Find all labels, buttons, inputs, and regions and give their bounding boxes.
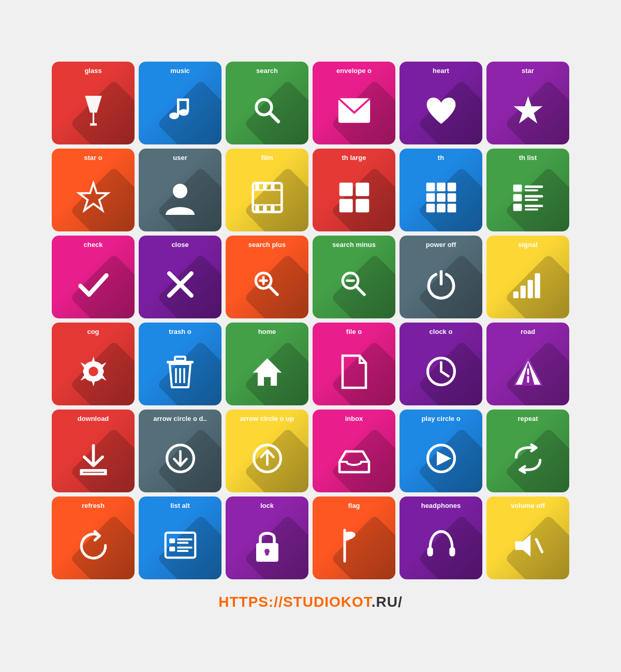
svg-line-46 [269, 286, 277, 295]
icon-tile-heart[interactable]: heart [400, 62, 482, 144]
icon-tile-repeat[interactable]: repeat [486, 410, 569, 492]
icon-symbol-th-list [511, 164, 545, 231]
icon-tile-play-circle-o[interactable]: play circle o [400, 410, 482, 492]
icon-symbol-signal [511, 251, 545, 318]
icon-symbol-star-o [77, 164, 110, 231]
icon-label-arrow-circle-od: arrow circle o d.. [153, 415, 206, 422]
icon-label-th-list: th list [519, 154, 537, 162]
icon-tile-envelope-o[interactable]: envelope o [313, 62, 395, 144]
icon-label-check: check [84, 241, 103, 249]
icon-symbol-film [250, 164, 284, 231]
icon-label-file-o: file o [346, 328, 362, 335]
icon-label-home: home [258, 328, 276, 335]
icon-tile-film[interactable]: film [226, 149, 308, 231]
icon-label-volume-off: volume off [511, 502, 545, 509]
icon-tile-search-plus[interactable]: search plus [226, 236, 308, 318]
icon-symbol-road [511, 338, 545, 405]
icon-tile-trash-o[interactable]: trash o [139, 323, 221, 405]
svg-rect-32 [437, 204, 446, 213]
icon-tile-music[interactable]: music [139, 62, 221, 144]
svg-point-11 [173, 184, 187, 198]
icon-tile-road[interactable]: road [486, 323, 569, 405]
icon-label-clock-o: clock o [430, 328, 453, 335]
icon-tile-inbox[interactable]: inbox [313, 410, 395, 492]
icon-tile-glass[interactable]: glass [52, 62, 135, 144]
icon-label-cog: cog [87, 328, 99, 335]
icon-tile-arrow-circle-ou[interactable]: arrow circle o up [226, 410, 308, 492]
icon-tile-power-off[interactable]: power off [400, 236, 482, 318]
svg-line-99 [536, 539, 542, 552]
svg-rect-86 [169, 538, 175, 543]
svg-marker-98 [515, 535, 530, 557]
icon-label-list-alt: list alt [170, 502, 190, 509]
icon-tile-search-minus[interactable]: search minus [313, 236, 395, 318]
icon-tile-user[interactable]: user [139, 149, 221, 231]
icon-tile-close[interactable]: close [139, 236, 221, 318]
icon-symbol-list-alt [164, 512, 197, 579]
icon-tile-file-o[interactable]: file o [313, 323, 395, 405]
icon-label-search-plus: search plus [248, 241, 286, 249]
icon-tile-th-list[interactable]: th list [486, 149, 569, 231]
icon-tile-arrow-circle-od[interactable]: arrow circle o d.. [139, 410, 221, 492]
svg-rect-54 [520, 285, 525, 298]
icon-symbol-file-o [340, 338, 368, 405]
icon-tile-star-o[interactable]: star o [52, 149, 135, 231]
svg-point-58 [88, 367, 98, 376]
svg-rect-20 [271, 206, 274, 212]
icon-symbol-cog [77, 338, 110, 405]
icon-label-flag: flag [348, 502, 360, 509]
icon-tile-home[interactable]: home [226, 323, 308, 405]
svg-rect-3 [186, 98, 189, 112]
icon-tile-headphones[interactable]: headphones [400, 496, 482, 579]
svg-marker-84 [437, 451, 451, 466]
icon-label-search: search [256, 67, 278, 75]
icon-tile-flag[interactable]: flag [313, 496, 395, 579]
svg-rect-18 [255, 206, 259, 212]
svg-marker-10 [79, 183, 108, 211]
icon-tile-volume-off[interactable]: volume off [486, 496, 569, 579]
icon-tile-lock[interactable]: lock [226, 496, 308, 579]
icon-tile-th-large[interactable]: th large [313, 149, 395, 231]
svg-rect-23 [339, 199, 352, 212]
icon-symbol-lock [253, 512, 282, 579]
icon-symbol-play-circle-o [424, 425, 458, 492]
icon-label-user: user [173, 154, 187, 162]
svg-rect-97 [449, 547, 455, 557]
icon-tile-star[interactable]: star [486, 62, 569, 144]
icon-symbol-search [250, 77, 284, 144]
icon-tile-search[interactable]: search [226, 62, 308, 144]
icon-tile-check[interactable]: check [52, 236, 135, 318]
svg-rect-85 [165, 533, 195, 558]
icon-symbol-glass [77, 77, 110, 144]
svg-rect-24 [356, 199, 369, 212]
icon-symbol-check [77, 251, 110, 318]
icon-tile-list-alt[interactable]: list alt [139, 496, 221, 579]
svg-rect-17 [271, 183, 274, 189]
svg-marker-0 [85, 96, 102, 126]
icon-symbol-search-minus [337, 251, 371, 318]
icon-tile-signal[interactable]: signal [486, 236, 569, 318]
svg-rect-33 [447, 204, 456, 213]
icon-tile-cog[interactable]: cog [52, 323, 135, 405]
svg-rect-56 [535, 273, 540, 298]
icon-tile-refresh[interactable]: refresh [52, 496, 135, 579]
svg-rect-27 [447, 183, 456, 192]
svg-rect-55 [527, 280, 533, 298]
icon-label-search-minus: search minus [332, 241, 376, 249]
svg-point-5 [179, 109, 188, 116]
icon-tile-th[interactable]: th [400, 149, 482, 231]
svg-rect-16 [263, 183, 267, 189]
svg-rect-21 [339, 183, 352, 196]
svg-rect-19 [263, 206, 267, 212]
icon-symbol-close [164, 251, 197, 318]
icon-tile-download[interactable]: download [52, 410, 135, 492]
icon-label-repeat: repeat [518, 415, 538, 422]
icon-symbol-envelope-o [337, 77, 371, 144]
svg-rect-36 [525, 189, 538, 192]
icon-symbol-th [424, 164, 458, 231]
svg-line-7 [270, 113, 278, 122]
icon-label-power-off: power off [426, 241, 456, 249]
icon-tile-clock-o[interactable]: clock o [400, 323, 482, 405]
icon-symbol-music [164, 77, 197, 144]
icon-symbol-trash-o [165, 338, 196, 405]
